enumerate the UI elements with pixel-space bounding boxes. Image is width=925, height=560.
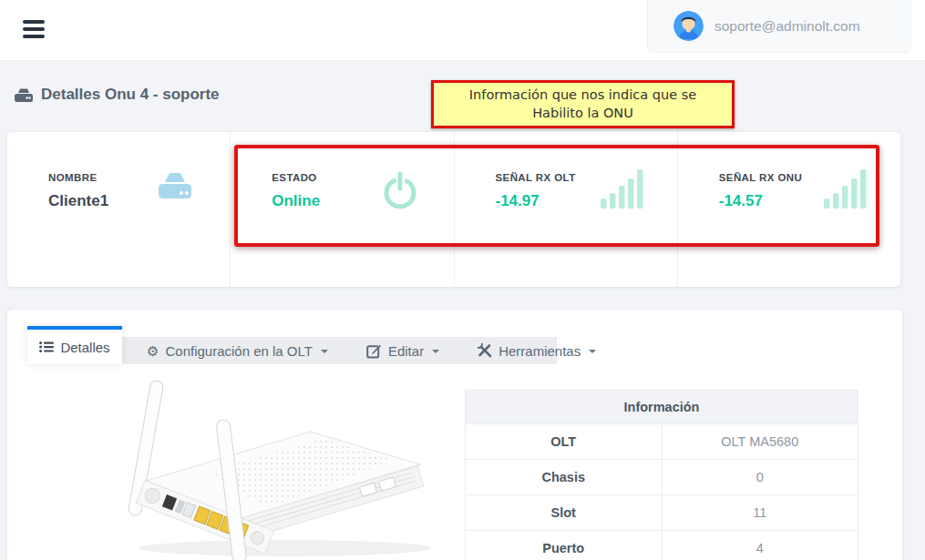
tab-configuracion-label: Configuración en la OLT bbox=[165, 343, 312, 359]
caret-down-icon bbox=[321, 350, 328, 353]
status-col-senal-rx-onu: SEÑAL RX ONU -14.57 bbox=[677, 132, 900, 287]
topbar: soporte@adminolt.com bbox=[0, 0, 925, 61]
details-panel: Detalles ⚙ Configuración en la OLT Edita… bbox=[7, 310, 902, 560]
table-row: OLT OLT MA5680 bbox=[466, 424, 858, 460]
caret-down-icon bbox=[432, 350, 439, 353]
onu-product-image bbox=[94, 373, 440, 560]
tab-configuracion-olt[interactable]: ⚙ Configuración en la OLT bbox=[128, 337, 347, 364]
row-label: OLT bbox=[466, 424, 663, 460]
page-title: Detalles Onu 4 - soporte bbox=[41, 86, 220, 104]
table-row: Slot 11 bbox=[466, 495, 858, 531]
signal-bars-icon bbox=[824, 168, 868, 214]
tab-editar[interactable]: Editar bbox=[347, 337, 458, 364]
row-value: 11 bbox=[662, 495, 858, 531]
nombre-label: NOMBRE bbox=[48, 172, 230, 183]
onu-device-icon bbox=[153, 170, 197, 205]
caret-down-icon bbox=[589, 350, 596, 353]
edit-icon bbox=[366, 343, 382, 359]
row-label: Slot bbox=[466, 495, 663, 531]
tab-detalles[interactable]: Detalles bbox=[27, 326, 122, 364]
senal-rx-onu-label: SEÑAL RX ONU bbox=[719, 172, 900, 183]
table-row: Puerto 4 bbox=[466, 531, 858, 560]
estado-label: ESTADO bbox=[272, 172, 453, 183]
table-header: Información bbox=[466, 391, 858, 424]
row-value: OLT MA5680 bbox=[662, 424, 858, 460]
signal-bars-icon bbox=[601, 168, 644, 214]
annotation-callout: Información que nos indica que se Habili… bbox=[431, 80, 735, 128]
power-icon bbox=[379, 168, 421, 216]
hamburger-bar bbox=[23, 35, 45, 38]
senal-rx-onu-value: -14.57 bbox=[719, 192, 900, 210]
gear-icon: ⚙ bbox=[147, 344, 159, 358]
user-avatar bbox=[673, 11, 704, 41]
estado-value: Online bbox=[272, 192, 453, 210]
status-col-senal-rx-olt: SEÑAL RX OLT -14.97 bbox=[454, 132, 677, 287]
row-label: Puerto bbox=[466, 531, 663, 560]
tools-icon bbox=[478, 343, 492, 358]
status-card: NOMBRE Cliente1 ESTADO Online SEÑAL RX O… bbox=[7, 132, 900, 287]
tab-editar-label: Editar bbox=[388, 343, 424, 359]
annotation-text: Información que nos indica que se Habili… bbox=[447, 87, 719, 121]
info-table: Información OLT OLT MA5680 Chasis 0 Slot… bbox=[465, 390, 858, 560]
tab-detalles-label: Detalles bbox=[60, 340, 109, 355]
row-label: Chasis bbox=[466, 460, 663, 495]
user-email: soporte@adminolt.com bbox=[714, 18, 860, 35]
status-col-nombre: NOMBRE Cliente1 bbox=[7, 132, 230, 287]
nombre-value: Cliente1 bbox=[48, 192, 230, 210]
tab-herramientas[interactable]: Herramientas bbox=[458, 337, 615, 364]
user-menu[interactable]: soporte@adminolt.com bbox=[647, 0, 911, 53]
row-value: 0 bbox=[662, 460, 858, 495]
status-col-estado: ESTADO Online bbox=[230, 132, 453, 287]
tab-bar: Detalles ⚙ Configuración en la OLT Edita… bbox=[27, 326, 557, 364]
hamburger-bar bbox=[23, 20, 45, 24]
senal-rx-olt-value: -14.97 bbox=[496, 192, 677, 210]
tab-strip: ⚙ Configuración en la OLT Editar bbox=[122, 337, 557, 364]
hamburger-menu-icon[interactable] bbox=[23, 20, 45, 42]
breadcrumb: Detalles Onu 4 - soporte bbox=[14, 86, 220, 104]
onu-router-icon bbox=[14, 87, 34, 103]
list-icon bbox=[39, 341, 54, 353]
hamburger-bar bbox=[23, 27, 45, 31]
table-header-row: Información bbox=[466, 391, 858, 424]
senal-rx-olt-label: SEÑAL RX OLT bbox=[496, 172, 677, 183]
table-row: Chasis 0 bbox=[466, 460, 858, 495]
tab-herramientas-label: Herramientas bbox=[498, 343, 581, 359]
row-value: 4 bbox=[662, 531, 858, 560]
